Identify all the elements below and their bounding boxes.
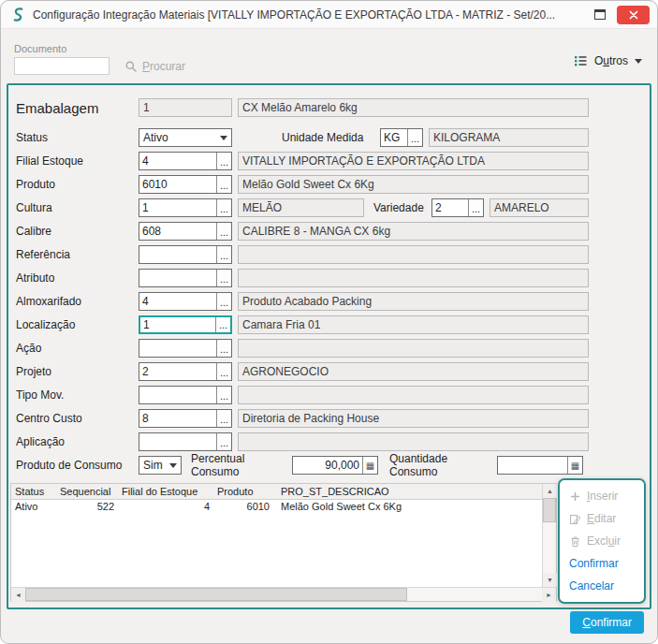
localizacao-lookup-button[interactable]: ... bbox=[215, 317, 230, 332]
confirmar-button[interactable]: Confirmar bbox=[570, 611, 644, 634]
emabalagem-label: Emabalagem bbox=[16, 100, 139, 116]
centro-custo-lookup-button[interactable]: ... bbox=[216, 410, 231, 427]
status-value: Ativo bbox=[143, 131, 168, 144]
list-icon bbox=[574, 54, 588, 67]
acao-code-input[interactable] bbox=[139, 340, 216, 357]
quantidade-consumo-input[interactable] bbox=[498, 457, 567, 474]
cultura-desc-field: MELÃO bbox=[238, 198, 364, 217]
cultura-code-input[interactable] bbox=[139, 199, 216, 216]
aplicacao-code-input[interactable] bbox=[139, 433, 216, 450]
status-label: Status bbox=[16, 131, 139, 144]
referencia-code-input[interactable] bbox=[139, 246, 216, 263]
aplicacao-lookup-button[interactable]: ... bbox=[216, 433, 231, 450]
cell-sequencial: 522 bbox=[56, 500, 118, 513]
projeto-lookup-button[interactable]: ... bbox=[216, 363, 231, 380]
column-header-produto[interactable]: Produto bbox=[213, 484, 273, 499]
status-dropdown[interactable]: Ativo bbox=[139, 128, 232, 147]
projeto-code-field: ... bbox=[139, 362, 232, 381]
panel-cancelar-button[interactable]: Cancelar bbox=[560, 575, 644, 597]
scroll-left-icon[interactable]: ◄ bbox=[11, 588, 25, 602]
produto-code-field: ... bbox=[139, 175, 232, 194]
tipo-mov-code-input[interactable] bbox=[139, 387, 216, 403]
excluir-button[interactable]: Excluir bbox=[560, 530, 644, 552]
horizontal-scrollbar[interactable]: ◄ ► bbox=[11, 587, 556, 601]
calibre-code-field: ... bbox=[139, 222, 232, 241]
calculator-icon[interactable]: ▦ bbox=[362, 457, 377, 474]
column-header-sequencial[interactable]: Sequencial bbox=[56, 484, 118, 499]
centro-custo-code-input[interactable] bbox=[139, 410, 216, 427]
calibre-lookup-button[interactable]: ... bbox=[216, 223, 231, 240]
produto-consumo-value: Sim bbox=[143, 459, 163, 472]
produto-lookup-button[interactable]: ... bbox=[216, 176, 231, 193]
app-logo-icon bbox=[10, 7, 26, 22]
filial-estoque-lookup-button[interactable]: ... bbox=[216, 153, 231, 169]
produto-consumo-label: Produto de Consumo bbox=[16, 459, 139, 472]
close-icon bbox=[629, 10, 638, 20]
atributo-desc-field bbox=[238, 269, 589, 287]
unidade-medida-code-input[interactable] bbox=[381, 129, 407, 146]
trash-icon bbox=[569, 535, 581, 548]
maximize-button[interactable] bbox=[594, 9, 606, 20]
tipo-mov-lookup-button[interactable]: ... bbox=[216, 387, 231, 403]
scroll-up-icon[interactable]: ▲ bbox=[543, 484, 557, 498]
grid-main: Status Sequencial Filial do Estoque Prod… bbox=[11, 484, 542, 587]
panel-confirmar-label: Confirmar bbox=[569, 557, 619, 570]
scroll-down-icon[interactable]: ▼ bbox=[543, 573, 557, 587]
close-button[interactable] bbox=[617, 6, 650, 24]
emabalagem-code-field: 1 bbox=[139, 98, 232, 117]
plus-icon bbox=[569, 490, 581, 503]
record-action-panel: Inserir Editar Excluir Confirmar Cancela… bbox=[558, 478, 646, 604]
unidade-medida-desc-field: KILOGRAMA bbox=[429, 128, 589, 147]
unidade-medida-lookup-button[interactable]: ... bbox=[407, 129, 422, 146]
chevron-down-icon bbox=[169, 463, 177, 468]
almoxarifado-desc-field: Produto Acabado Packing bbox=[238, 292, 589, 311]
produto-code-input[interactable] bbox=[139, 176, 216, 193]
atributo-code-input[interactable] bbox=[139, 270, 216, 286]
acao-lookup-button[interactable]: ... bbox=[216, 340, 231, 357]
outros-button[interactable]: Outros bbox=[574, 54, 642, 67]
emabalagem-desc-field: CX Melão Amarelo 6kg bbox=[238, 98, 589, 117]
scroll-right-icon[interactable]: ► bbox=[542, 588, 556, 602]
atributo-code-field: ... bbox=[139, 269, 232, 287]
atributo-label: Atributo bbox=[16, 271, 139, 285]
vertical-scroll-thumb[interactable] bbox=[543, 498, 556, 522]
calculator-icon[interactable]: ▦ bbox=[567, 457, 582, 474]
inserir-button[interactable]: Inserir bbox=[560, 485, 644, 507]
localizacao-code-input[interactable] bbox=[140, 317, 215, 332]
editar-button[interactable]: Editar bbox=[560, 507, 644, 530]
cultura-lookup-button[interactable]: ... bbox=[216, 199, 231, 216]
procurar-button[interactable]: Procurar bbox=[124, 60, 185, 73]
form-row-tipo-mov: Tipo Mov. ... bbox=[16, 386, 589, 404]
referencia-label: Referência bbox=[16, 248, 139, 261]
unidade-medida-code-field: ... bbox=[380, 128, 423, 147]
calibre-desc-field: CALIBRE 8 - MANGA CX 6kg bbox=[238, 222, 589, 241]
form-row-status: Status Ativo Unidade Medida ... KILOGRAM… bbox=[16, 128, 589, 147]
atributo-lookup-button[interactable]: ... bbox=[216, 270, 231, 286]
grid-header: Status Sequencial Filial do Estoque Prod… bbox=[11, 484, 542, 500]
percentual-consumo-input[interactable] bbox=[293, 457, 362, 474]
almoxarifado-lookup-button[interactable]: ... bbox=[216, 293, 231, 310]
projeto-code-input[interactable] bbox=[139, 363, 216, 380]
panel-confirmar-button[interactable]: Confirmar bbox=[560, 552, 644, 575]
table-row[interactable]: Ativo 522 4 6010 Melão Gold Sweet Cx 6Kg bbox=[11, 500, 542, 513]
almoxarifado-code-input[interactable] bbox=[139, 293, 216, 310]
grid-body: Ativo 522 4 6010 Melão Gold Sweet Cx 6Kg bbox=[11, 500, 542, 513]
dialog-window: Configuração Integração Materiais [VITAL… bbox=[0, 0, 658, 644]
centro-custo-label: Centro Custo bbox=[16, 412, 139, 425]
centro-custo-desc-field: Diretoria de Packing House bbox=[238, 409, 589, 428]
vertical-scrollbar[interactable]: ▲ ▼ bbox=[542, 484, 556, 587]
referencia-lookup-button[interactable]: ... bbox=[216, 246, 231, 263]
column-header-descricao[interactable]: PRO_ST_DESCRICAO bbox=[273, 484, 542, 499]
produto-consumo-dropdown[interactable]: Sim bbox=[139, 456, 182, 475]
variedade-code-input[interactable] bbox=[432, 199, 468, 216]
scroll-track bbox=[407, 588, 542, 601]
column-header-filial[interactable]: Filial do Estoque bbox=[118, 484, 213, 499]
variedade-lookup-button[interactable]: ... bbox=[468, 199, 483, 216]
localizacao-code-field: ... bbox=[139, 315, 232, 334]
calibre-code-input[interactable] bbox=[139, 223, 216, 240]
centro-custo-code-field: ... bbox=[139, 409, 232, 428]
horizontal-scroll-thumb[interactable] bbox=[25, 588, 407, 601]
filial-estoque-code-input[interactable] bbox=[139, 153, 216, 169]
documento-input[interactable] bbox=[14, 57, 110, 75]
column-header-status[interactable]: Status bbox=[11, 484, 56, 499]
